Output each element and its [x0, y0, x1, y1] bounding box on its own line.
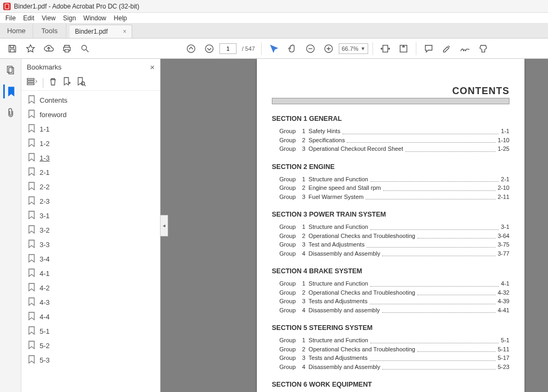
bookmark-item[interactable]: 2-2: [21, 180, 160, 194]
toc-row: Group2Specifications1-10: [272, 136, 509, 145]
delete-bookmark-icon[interactable]: [49, 78, 57, 88]
section-heading: SECTION 4 BRAKE SYSTEM: [272, 267, 509, 275]
thumbnails-rail-icon[interactable]: [3, 63, 18, 77]
bookmark-item[interactable]: 1-1: [21, 122, 160, 136]
toc-row: Group1Safety Hints1-1: [272, 127, 509, 136]
bookmark-icon: [28, 240, 35, 250]
bookmark-item[interactable]: 1-3: [21, 151, 160, 165]
app-icon: [3, 3, 11, 10]
bookmark-item[interactable]: 3-3: [21, 237, 160, 252]
menu-edit[interactable]: Edit: [23, 14, 34, 22]
left-rail: [0, 59, 21, 392]
bookmark-item[interactable]: 2-1: [21, 165, 160, 180]
svg-rect-11: [27, 83, 34, 85]
bookmark-item[interactable]: 4-1: [21, 266, 160, 281]
page-total: / 547: [242, 45, 255, 52]
find-bookmark-icon[interactable]: [77, 77, 86, 88]
bookmark-options-icon[interactable]: [27, 78, 37, 88]
tab-document[interactable]: Binder1.pdf ×: [70, 25, 132, 38]
stamp-icon[interactable]: [475, 41, 491, 57]
bookmark-icon: [28, 326, 35, 336]
bookmark-item[interactable]: 4-4: [21, 310, 160, 324]
bookmark-icon: [28, 124, 35, 134]
menu-window[interactable]: Window: [83, 14, 106, 22]
toc-row: Group3Tests and Adjustments4-39: [272, 297, 509, 306]
zoom-in-icon[interactable]: [321, 41, 337, 57]
bookmark-label: Contents: [40, 96, 67, 104]
cloud-upload-icon[interactable]: [41, 41, 57, 57]
toc-row: Group4Disassembly and assembly4-41: [272, 306, 509, 315]
bookmarks-list[interactable]: Contentsforeword1-11-21-32-12-22-33-13-2…: [21, 91, 160, 392]
tab-home[interactable]: Home: [0, 24, 33, 38]
page-number-input[interactable]: [219, 43, 237, 54]
document-viewer[interactable]: ◂ CONTENTS SECTION 1 GENERALGroup1Safety…: [161, 59, 548, 392]
bookmarks-rail-icon[interactable]: [3, 84, 18, 98]
comment-icon[interactable]: [421, 41, 437, 57]
highlight-icon[interactable]: [439, 41, 455, 57]
zoom-out-icon[interactable]: [302, 41, 318, 57]
bookmark-item[interactable]: 4-2: [21, 281, 160, 295]
bookmark-item[interactable]: Contents: [21, 93, 160, 107]
bookmarks-panel-title: Bookmarks: [27, 63, 62, 71]
bookmark-item[interactable]: 3-2: [21, 223, 160, 237]
bookmark-item[interactable]: 3-1: [21, 209, 160, 223]
star-icon[interactable]: [22, 41, 39, 57]
menu-sign[interactable]: Sign: [63, 14, 76, 22]
bookmark-item[interactable]: foreword: [21, 107, 160, 122]
menu-file[interactable]: File: [5, 14, 16, 22]
collapse-panel-handle[interactable]: ◂: [161, 215, 168, 236]
bookmark-icon: [28, 182, 35, 192]
panel-close-icon[interactable]: ×: [150, 63, 155, 72]
bookmark-icon: [28, 268, 35, 279]
save-icon[interactable]: [4, 41, 20, 57]
zoom-label: 66.7%: [341, 45, 358, 52]
bookmark-label: foreword: [40, 111, 67, 119]
section-heading: SECTION 1 GENERAL: [272, 115, 509, 122]
bookmark-icon: [28, 211, 35, 221]
bookmark-icon: [28, 110, 35, 120]
bookmarks-toolbar: [21, 75, 160, 91]
toc-row: Group2Operational Checks and Troubleshoo…: [272, 288, 509, 297]
toc-row: Group3Test and Adjustments3-75: [272, 240, 509, 249]
bookmark-item[interactable]: 3-4: [21, 252, 160, 266]
new-bookmark-icon[interactable]: [63, 77, 71, 88]
toc-row: Group3Fuel Warmer System2-11: [272, 193, 509, 202]
attachments-rail-icon[interactable]: [3, 106, 18, 120]
bookmark-item[interactable]: 5-2: [21, 339, 160, 353]
bookmark-icon: [28, 167, 35, 178]
title-bar: Binder1.pdf - Adobe Acrobat Pro DC (32-b…: [0, 0, 548, 13]
tab-strip: Home Tools Binder1.pdf ×: [0, 24, 548, 39]
bookmark-item[interactable]: 2-3: [21, 194, 160, 209]
bookmark-item[interactable]: 5-3: [21, 353, 160, 367]
bookmark-icon: [28, 283, 35, 293]
find-icon[interactable]: [77, 41, 93, 57]
bookmark-label: 2-3: [40, 197, 50, 205]
sign-icon[interactable]: [457, 41, 473, 57]
svg-rect-7: [7, 66, 12, 73]
fit-page-icon[interactable]: [395, 41, 412, 57]
menu-help[interactable]: Help: [114, 14, 127, 22]
bookmark-label: 3-4: [40, 255, 50, 263]
bookmark-icon: [28, 341, 35, 351]
selection-tool-icon[interactable]: [266, 41, 282, 57]
bookmark-label: 5-3: [40, 356, 50, 364]
bookmark-icon: [28, 196, 35, 206]
page-down-icon[interactable]: [201, 41, 217, 57]
tab-tools[interactable]: Tools: [33, 24, 66, 38]
menu-view[interactable]: View: [42, 14, 56, 22]
bookmark-item[interactable]: 4-3: [21, 295, 160, 310]
contents-bar: [272, 98, 509, 104]
window-title: Binder1.pdf - Adobe Acrobat Pro DC (32-b…: [14, 3, 139, 10]
page-up-icon[interactable]: [183, 41, 199, 57]
fit-width-icon[interactable]: [377, 41, 393, 57]
bookmark-label: 1-3: [40, 154, 50, 162]
print-icon[interactable]: [59, 41, 75, 57]
zoom-dropdown[interactable]: 66.7% ▼: [339, 43, 368, 54]
bookmark-item[interactable]: 1-2: [21, 136, 160, 151]
bookmark-label: 3-3: [40, 241, 50, 249]
hand-tool-icon[interactable]: [284, 41, 300, 57]
bookmark-item[interactable]: 5-1: [21, 324, 160, 339]
tab-close-icon[interactable]: ×: [123, 28, 126, 35]
bookmarks-panel: Bookmarks × Contentsforeword1-11-21-32-1…: [21, 59, 161, 392]
bookmark-icon: [28, 153, 35, 163]
